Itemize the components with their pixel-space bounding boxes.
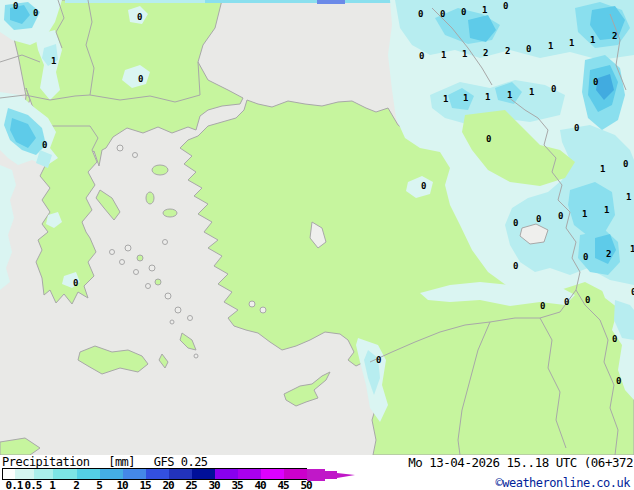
scale-box [192, 469, 216, 479]
precip-value: 2 [505, 46, 510, 56]
precip-value: 0 [13, 1, 18, 11]
scale-box [100, 469, 124, 479]
precip-value: 0 [440, 9, 445, 19]
scale-tick-label: 30 [208, 479, 219, 490]
legend-bar: Precipitation [mm] GFS 0.25 Mo 13-04-202… [0, 455, 634, 490]
precip-value: 1 [582, 209, 587, 219]
scale-tick-label: 5 [96, 479, 102, 490]
scale-tick-label: 0.1 [6, 479, 23, 490]
scale-box [123, 469, 147, 479]
precip-value: 1 [443, 94, 448, 104]
precip-value: 0 [593, 77, 598, 87]
precipitation-map[interactable]: 0001000000100112201112111110000010100011… [0, 0, 634, 455]
precip-value: 1 [626, 192, 631, 202]
precip-value: 0 [540, 301, 545, 311]
scale-tick-label: 15 [139, 479, 150, 490]
precip-value: 0 [137, 12, 142, 22]
scale-box [34, 469, 54, 479]
precip-value: 0 [461, 7, 466, 17]
precip-value: 0 [486, 134, 491, 144]
scale-box [238, 469, 262, 479]
precip-value: 0 [418, 9, 423, 19]
precip-value: 1 [604, 205, 609, 215]
legend-title: Precipitation [2, 455, 89, 469]
scale-box [284, 469, 308, 479]
scale-tick-label: 40 [254, 479, 265, 490]
precip-value: 0 [376, 355, 381, 365]
precip-value: 1 [51, 56, 56, 66]
precip-value: 0 [33, 8, 38, 18]
precip-value: 2 [612, 31, 617, 41]
precip-value: 1 [463, 93, 468, 103]
scale-tick-label: 2 [73, 479, 79, 490]
precip-value: 1 [441, 50, 446, 60]
precip-value: 1 [529, 87, 534, 97]
precip-value: 1 [462, 49, 467, 59]
precip-value: 1 [600, 164, 605, 174]
precip-value: 1 [548, 41, 553, 51]
scale-box [146, 469, 170, 479]
precip-value: 0 [513, 261, 518, 271]
precip-value: 0 [421, 181, 426, 191]
forecast-datetime: Mo 13-04-2026 15..18 UTC (06+372 [408, 455, 633, 470]
precip-value: 0 [583, 252, 588, 262]
legend-title-row: Precipitation [mm] GFS 0.25 [2, 455, 208, 468]
scale-tick-label: 45 [277, 479, 288, 490]
precip-value: 0 [623, 159, 628, 169]
precip-value: 0 [536, 214, 541, 224]
legend-model: GFS 0.25 [154, 455, 208, 469]
precip-value: 1 [507, 90, 512, 100]
weather-map-page: 0001000000100112201112111110000010100011… [0, 0, 634, 490]
precip-value: 0 [551, 84, 556, 94]
scale-tick-label: 50 [300, 479, 311, 490]
precip-value: 2 [483, 48, 488, 58]
precip-value: 0 [574, 123, 579, 133]
scale-tick-label: 1 [49, 479, 55, 490]
precip-value: 0 [513, 218, 518, 228]
precip-value: 0 [138, 74, 143, 84]
precip-value: 0 [42, 140, 47, 150]
precip-value: 0 [526, 44, 531, 54]
scale-tick-label: 10 [116, 479, 127, 490]
scale-box [77, 469, 101, 479]
precip-value: 0 [73, 278, 78, 288]
scale-box [261, 469, 285, 479]
precip-value: 0 [616, 376, 621, 386]
scale-tick-label: 20 [162, 479, 173, 490]
precip-value: 0 [419, 51, 424, 61]
precip-value: 0 [503, 1, 508, 11]
scale-tick-label: 35 [231, 479, 242, 490]
legend-unit: [mm] [108, 455, 135, 469]
scale-box [53, 469, 78, 479]
precip-value: 1 [590, 35, 595, 45]
precip-value: 1 [482, 5, 487, 15]
scale-box [215, 469, 239, 479]
colorbar-tick-labels: 0.10.5125101520253035404550 [0, 479, 360, 490]
precip-value: 2 [606, 249, 611, 259]
precip-value: 0 [612, 334, 617, 344]
precip-value: 0 [558, 211, 563, 221]
copyright-text: ©weatheronline.co.uk [496, 476, 631, 490]
scale-box [15, 469, 35, 479]
scale-box [169, 469, 193, 479]
precip-value: 0 [564, 297, 569, 307]
scale-tick-label: 25 [185, 479, 196, 490]
precip-value: 1 [569, 38, 574, 48]
precip-value: 1 [630, 244, 634, 254]
precip-value: 0 [585, 295, 590, 305]
scale-tick-label: 0.5 [25, 479, 42, 490]
precip-value: 1 [485, 92, 490, 102]
